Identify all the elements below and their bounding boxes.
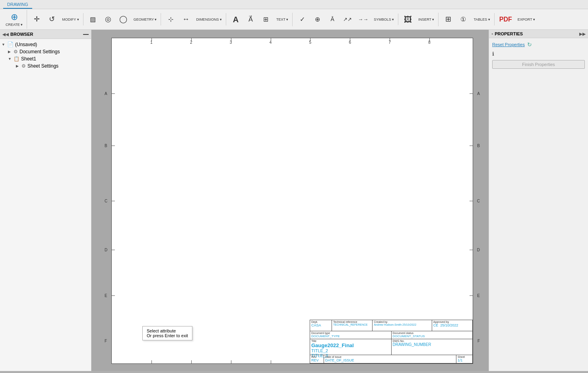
target-icon: ◎ bbox=[105, 15, 111, 24]
tooltip: Select attribute Or press Enter to exit bbox=[142, 326, 192, 340]
tables-menu-button[interactable]: TABLES ▾ bbox=[471, 16, 492, 23]
insert-menu-button[interactable]: INSERT ▾ bbox=[416, 16, 437, 23]
approved-by-label: Approved by bbox=[433, 321, 471, 323]
row-label-D-right: D bbox=[477, 248, 480, 252]
tree-item-sheet1[interactable]: ▼ 📋 Sheet1 bbox=[0, 55, 91, 62]
rotate-button[interactable]: ↺ bbox=[45, 14, 59, 25]
image-button[interactable]: 🖼 bbox=[401, 14, 415, 25]
create-button[interactable]: ⊕ CREATE ▾ bbox=[3, 11, 25, 28]
row-label-B-right: B bbox=[477, 144, 480, 148]
insert-group: 🖼 INSERT ▾ bbox=[399, 13, 439, 26]
reset-icon[interactable]: ↻ bbox=[527, 41, 532, 48]
tooltip-line1: Select attribute bbox=[147, 328, 188, 333]
row-label-F-left: F bbox=[105, 339, 107, 343]
hatch-button[interactable]: ▨ bbox=[86, 14, 100, 24]
table2-button[interactable]: ① bbox=[456, 14, 470, 24]
properties-content: Reset Properties ↻ ℹ Finish Properties bbox=[489, 38, 588, 72]
doc-type-cell: Document type DOCUMENT_TYPE bbox=[310, 331, 392, 339]
date-cell: Date of issue DATE_OF_ISSUE bbox=[324, 355, 456, 363]
sym2-button[interactable]: ⊕ bbox=[310, 14, 324, 24]
sym2-icon: ⊕ bbox=[315, 16, 320, 23]
pdf-button[interactable]: PDF bbox=[497, 14, 514, 24]
tree-label-root: (Unsaved) bbox=[15, 42, 37, 47]
dimensions-menu-button[interactable]: DIMENSIONS ▾ bbox=[194, 16, 224, 23]
tree-item-doc-settings[interactable]: ▶ ⚙ Document Settings bbox=[0, 48, 91, 55]
dim1-icon: ⊹ bbox=[168, 16, 173, 23]
text3-button[interactable]: ⊞ bbox=[259, 14, 273, 24]
tech-ref-value: TECHNICAL_REFERENCE bbox=[333, 323, 371, 326]
dept-cell: Dept. CASA bbox=[310, 320, 332, 331]
document-icon: 📄 bbox=[7, 41, 14, 47]
ellipse-button[interactable]: ◯ bbox=[116, 14, 130, 25]
finish-properties-button[interactable]: Finish Properties bbox=[492, 60, 585, 69]
tab-bar: DRAWING bbox=[0, 0, 588, 9]
title-value1: Gauge2022_Final bbox=[311, 342, 390, 348]
sheet-cell: Sheet 1/1 bbox=[456, 355, 472, 363]
move-icon: ✛ bbox=[34, 15, 40, 24]
sym1-button[interactable]: ✓ bbox=[295, 14, 309, 24]
sym4-button[interactable]: ↗↗ bbox=[340, 15, 355, 24]
text3-icon: ⊞ bbox=[263, 16, 268, 23]
date-value: DATE_OF_ISSUE bbox=[325, 358, 455, 362]
drawing-sheet: 1 2 3 4 5 6 7 8 bbox=[111, 38, 473, 364]
created-by-value: Andrew Hudson-Smith 25/10/2022 bbox=[374, 323, 431, 326]
toolbar: DRAWING ⊕ CREATE ▾ ✛ ↺ MODIFY ▾ ▨ bbox=[0, 0, 588, 30]
sym3-button[interactable]: Ā bbox=[325, 15, 340, 24]
move-button[interactable]: ✛ bbox=[29, 14, 44, 25]
browser-collapse-left[interactable]: ◀◀ bbox=[2, 32, 9, 37]
dim2-icon: ↔ bbox=[182, 15, 189, 24]
dwg-no-label: DWG No. bbox=[393, 340, 472, 342]
export-menu-button[interactable]: EXPORT ▾ bbox=[515, 16, 538, 23]
gear-icon-sheet: ⚙ bbox=[21, 63, 26, 69]
browser-title: BROWSER bbox=[10, 32, 33, 37]
modify-button[interactable]: MODIFY ▾ bbox=[60, 16, 81, 23]
tree-label-sheet-settings: Sheet Settings bbox=[27, 63, 58, 69]
geometry-menu-button[interactable]: GEOMETRY ▾ bbox=[131, 16, 159, 23]
text-group: A A⃗ ⊞ TEXT ▾ bbox=[227, 13, 293, 26]
table-icon: ⊞ bbox=[445, 15, 451, 24]
text-button[interactable]: A bbox=[229, 14, 243, 25]
symbols-menu-button[interactable]: SYMBOLS ▾ bbox=[371, 16, 396, 23]
info-icon: ℹ bbox=[492, 51, 585, 57]
dim2-button[interactable]: ↔ bbox=[179, 14, 193, 25]
properties-expand-icon[interactable]: ▶▶ bbox=[579, 32, 586, 36]
symbols-group: ✓ ⊕ Ā ↗↗ →→ SYMBOLS ▾ bbox=[293, 14, 398, 25]
modify-group: ✛ ↺ MODIFY ▾ bbox=[28, 13, 83, 26]
main-area: ◀◀ BROWSER — ▼ 📄 (Unsaved) ▶ ⚙ Document … bbox=[0, 30, 588, 371]
tree-item-sheet-settings[interactable]: ▶ ⚙ Sheet Settings bbox=[0, 62, 91, 70]
tree-arrow-doc-settings: ▶ bbox=[8, 50, 14, 54]
tree-item-root[interactable]: ▼ 📄 (Unsaved) bbox=[0, 41, 91, 48]
pdf-icon: PDF bbox=[499, 16, 512, 23]
drawing-tab[interactable]: DRAWING bbox=[3, 1, 32, 9]
tree-arrow-root: ▼ bbox=[2, 43, 7, 47]
text2-button[interactable]: A⃗ bbox=[244, 14, 258, 24]
sym4-icon: ↗↗ bbox=[343, 16, 352, 23]
doc-status-value: DOCUMENT_STATUS bbox=[393, 334, 472, 338]
row-label-B-left: B bbox=[105, 144, 107, 148]
rev-label: Rev. bbox=[311, 356, 322, 358]
text-menu-button[interactable]: TEXT ▾ bbox=[274, 16, 291, 23]
sheet-value: 1/1 bbox=[458, 358, 471, 362]
dim1-button[interactable]: ⊹ bbox=[163, 14, 178, 24]
row-label-E-left: E bbox=[105, 293, 107, 297]
table-button[interactable]: ⊞ bbox=[441, 14, 455, 25]
sym5-button[interactable]: →→ bbox=[355, 15, 371, 24]
rev-value: REV bbox=[311, 358, 322, 362]
table2-icon: ① bbox=[460, 16, 466, 23]
target-button[interactable]: ◎ bbox=[101, 14, 115, 25]
gear-icon-doc: ⚙ bbox=[14, 49, 18, 54]
reset-properties-button[interactable]: Reset Properties bbox=[492, 42, 525, 47]
tables-group: ⊞ ① TABLES ▾ bbox=[439, 13, 494, 26]
approved-by-value: CE 25/10/2022 bbox=[433, 323, 471, 327]
reset-properties-row: Reset Properties ↻ bbox=[492, 41, 585, 48]
title-block: Dept. CASA Technical reference TECHNICAL… bbox=[310, 320, 473, 363]
dwg-no-value: DRAWING_NUMBER bbox=[393, 342, 472, 347]
browser-collapse-icon[interactable]: — bbox=[83, 31, 89, 37]
row-label-C-left: C bbox=[105, 199, 107, 203]
tool-row: ⊕ CREATE ▾ ✛ ↺ MODIFY ▾ ▨ ◎ ◯ bbox=[0, 9, 588, 29]
create-group: ⊕ CREATE ▾ bbox=[2, 10, 27, 29]
dept-label: Dept. bbox=[311, 321, 330, 323]
row-label-A-right: A bbox=[477, 91, 480, 96]
sheet-label: Sheet bbox=[458, 356, 471, 358]
title-cell: Title Gauge2022_Final TITLE_2 TITLE_3 bbox=[310, 339, 392, 355]
